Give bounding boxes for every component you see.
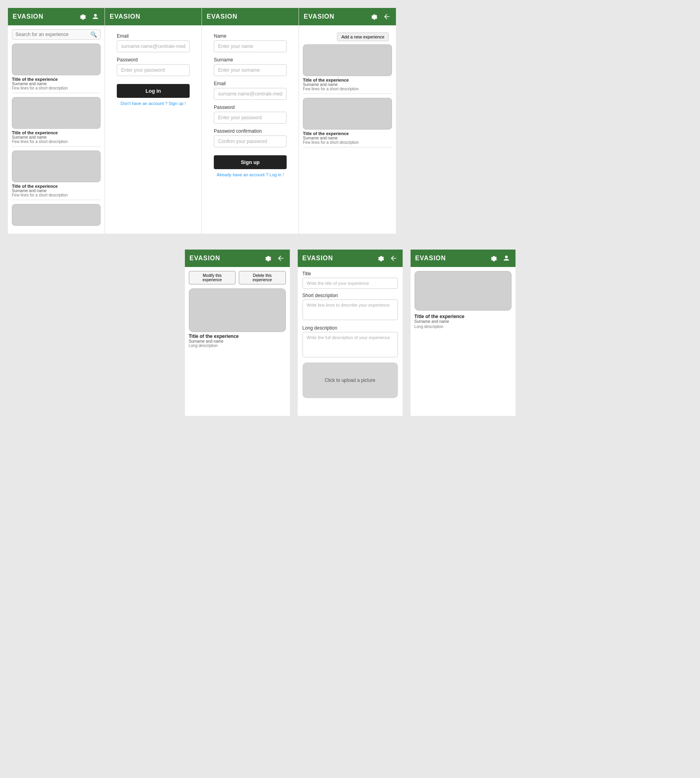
navbar-signup: EVASION bbox=[202, 8, 299, 25]
navbar-icons-5 bbox=[264, 254, 285, 263]
name-label: Name bbox=[214, 33, 287, 39]
action-buttons: Modify this experience Delete this exper… bbox=[189, 271, 286, 284]
create-form-body: Title Short description Long description… bbox=[298, 267, 403, 402]
detail-card-author: Surname and name bbox=[189, 339, 286, 343]
detail-card-image bbox=[189, 288, 286, 332]
delete-button[interactable]: Delete this experience bbox=[239, 271, 285, 284]
exp-author-1: Surname and name bbox=[12, 82, 101, 86]
navbar-icons-6 bbox=[377, 254, 398, 263]
login-link[interactable]: Already have an account ? Log in ! bbox=[214, 172, 287, 177]
app-title-1: EVASION bbox=[13, 13, 44, 20]
dashboard-author-2: Surname and name bbox=[303, 136, 392, 140]
password-group-signup: Password bbox=[214, 105, 287, 124]
exp-author-3: Surname and name bbox=[12, 189, 101, 193]
search-input[interactable] bbox=[15, 32, 90, 37]
navbar-home: EVASION bbox=[8, 8, 105, 25]
dashboard-image-2 bbox=[303, 98, 392, 130]
experience-card-4-partial[interactable] bbox=[12, 204, 101, 226]
view-image bbox=[415, 271, 512, 311]
experience-card-2[interactable]: Title of the experience Surname and name… bbox=[12, 97, 101, 147]
confirm-field[interactable] bbox=[214, 135, 287, 147]
screen-body-view: Title of the experience Surname and name… bbox=[411, 267, 515, 333]
email-label: Email bbox=[117, 33, 190, 39]
password-field[interactable] bbox=[117, 64, 190, 76]
exp-title-2: Title of the experience bbox=[12, 130, 101, 135]
password-label: Password bbox=[117, 57, 190, 63]
name-field[interactable] bbox=[214, 40, 287, 52]
name-group: Name bbox=[214, 33, 287, 52]
gear-icon-6[interactable] bbox=[377, 254, 385, 263]
email-field-signup[interactable] bbox=[214, 88, 287, 100]
back-icon-4[interactable] bbox=[382, 12, 391, 21]
exp-desc-3: Few lines for a short description bbox=[12, 193, 101, 197]
detail-card-desc: Long description bbox=[189, 343, 286, 348]
upload-area[interactable]: Click to upload a picture bbox=[302, 362, 398, 398]
dashboard-title-2: Title of the experience bbox=[303, 131, 392, 136]
app-title-3: EVASION bbox=[207, 13, 238, 20]
search-bar[interactable]: 🔍 bbox=[12, 29, 101, 40]
signup-link[interactable]: Don't have an account ? Sign up ! bbox=[117, 101, 190, 106]
login-button[interactable]: Log in bbox=[117, 84, 190, 98]
experience-card-1[interactable]: Title of the experience Surname and name… bbox=[12, 44, 101, 93]
navbar-icons-7 bbox=[489, 254, 511, 263]
exp-image-3 bbox=[12, 151, 101, 182]
dashboard-card-1[interactable]: Title of the experience Surname and name… bbox=[303, 44, 392, 94]
password-field-signup[interactable] bbox=[214, 112, 287, 124]
dashboard-card-2[interactable]: Title of the experience Surname and name… bbox=[303, 98, 392, 147]
back-icon-5[interactable] bbox=[276, 254, 285, 263]
navbar-view: EVASION bbox=[411, 250, 515, 267]
screen-detail: EVASION Modify this experience Delete th… bbox=[185, 250, 290, 416]
detail-card: Title of the experience Surname and name… bbox=[189, 288, 286, 348]
confirm-group: Password confirmation bbox=[214, 128, 287, 147]
gear-icon-7[interactable] bbox=[489, 254, 498, 263]
screen-body-dashboard: Add a new experience Title of the experi… bbox=[299, 25, 396, 234]
exp-author-2: Surname and name bbox=[12, 135, 101, 139]
search-icon: 🔍 bbox=[90, 31, 97, 38]
title-label: Title bbox=[302, 271, 398, 276]
app-title-5: EVASION bbox=[190, 255, 221, 262]
gear-icon-1[interactable] bbox=[78, 12, 87, 21]
exp-image-2 bbox=[12, 97, 101, 129]
surname-label: Surname bbox=[214, 57, 287, 63]
modify-button[interactable]: Modify this experience bbox=[189, 271, 236, 284]
email-field[interactable] bbox=[117, 40, 190, 52]
long-desc-label: Long description bbox=[302, 325, 398, 331]
exp-image-1 bbox=[12, 44, 101, 75]
back-icon-6[interactable] bbox=[389, 254, 398, 263]
gear-icon-5[interactable] bbox=[264, 254, 272, 263]
title-input[interactable] bbox=[302, 278, 398, 289]
screen-dashboard: EVASION Add a new experience Title of t bbox=[299, 8, 396, 234]
upload-label: Click to upload a picture bbox=[325, 378, 375, 383]
screen-signup: EVASION Name Surname Email Password bbox=[202, 8, 299, 234]
short-desc-input[interactable] bbox=[302, 299, 398, 320]
exp-image-4-partial bbox=[12, 204, 101, 226]
title-group: Title bbox=[302, 271, 398, 289]
signup-button[interactable]: Sign up bbox=[214, 155, 287, 169]
user-icon-7[interactable] bbox=[502, 254, 511, 263]
exp-title-1: Title of the experience bbox=[12, 77, 101, 82]
experience-card-3[interactable]: Title of the experience Surname and name… bbox=[12, 151, 101, 200]
navbar-icons-1 bbox=[78, 12, 100, 21]
surname-group: Surname bbox=[214, 57, 287, 76]
email-group: Email bbox=[117, 33, 190, 52]
long-desc-input[interactable] bbox=[302, 332, 398, 357]
dashboard-author-1: Surname and name bbox=[303, 82, 392, 87]
screen-body-detail: Modify this experience Delete this exper… bbox=[185, 267, 290, 416]
password-group: Password bbox=[117, 57, 190, 76]
surname-field[interactable] bbox=[214, 64, 287, 76]
dashboard-image-1 bbox=[303, 44, 392, 76]
navbar-create: EVASION bbox=[298, 250, 403, 267]
user-icon-1[interactable] bbox=[91, 12, 100, 21]
view-desc: Long description bbox=[415, 324, 512, 329]
exp-desc-1: Few lines for a short description bbox=[12, 86, 101, 90]
detail-card-title: Title of the experience bbox=[189, 334, 286, 339]
gear-icon-4[interactable] bbox=[370, 12, 379, 21]
screen-view: EVASION Title of the experience Surname … bbox=[411, 250, 515, 416]
add-experience-button[interactable]: Add a new experience bbox=[337, 32, 389, 41]
navbar-login: EVASION bbox=[105, 8, 202, 25]
short-desc-label: Short description bbox=[302, 293, 398, 298]
dashboard-title-1: Title of the experience bbox=[303, 78, 392, 82]
short-desc-group: Short description bbox=[302, 293, 398, 321]
password-label-signup: Password bbox=[214, 105, 287, 110]
app-title-2: EVASION bbox=[110, 13, 141, 20]
